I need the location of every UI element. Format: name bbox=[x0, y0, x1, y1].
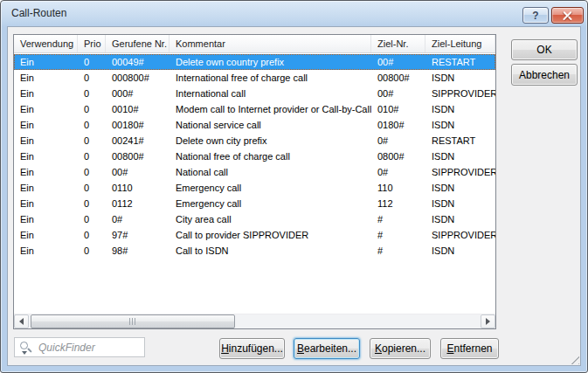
cell-gerufene-nr: 0110 bbox=[106, 180, 169, 196]
cell-prio: 0 bbox=[78, 149, 106, 164]
scrollbar-thumb[interactable] bbox=[31, 314, 235, 328]
cell-verwendung: Ein bbox=[14, 149, 78, 164]
cell-gerufene-nr: 00# bbox=[106, 164, 169, 180]
cell-ziel-leitung: ISDN bbox=[425, 211, 495, 227]
cell-ziel-nr: # bbox=[371, 211, 425, 227]
cell-kommentar: Delete own city prefix bbox=[169, 133, 371, 149]
scroll-left-button[interactable] bbox=[14, 314, 29, 328]
cell-kommentar: National service call bbox=[169, 117, 371, 133]
help-button[interactable]: ? bbox=[522, 7, 549, 24]
cell-ziel-leitung: SIPPROVIDER bbox=[425, 86, 495, 101]
cell-ziel-leitung: ISDN bbox=[425, 117, 495, 133]
cell-ziel-nr: 0# bbox=[371, 133, 425, 149]
cell-kommentar: Call to ISDN bbox=[169, 243, 371, 259]
table-rows: Ein 0 00049# Delete own country prefix 0… bbox=[14, 54, 495, 314]
cell-gerufene-nr: 00180# bbox=[106, 117, 169, 133]
column-header-verwendung[interactable]: Verwendung bbox=[14, 35, 78, 52]
cell-prio: 0 bbox=[78, 133, 106, 149]
cell-ziel-leitung: ISDN bbox=[425, 149, 495, 164]
cancel-button[interactable]: Abbrechen bbox=[511, 64, 578, 86]
cell-ziel-nr: 00# bbox=[371, 54, 425, 70]
remove-button[interactable]: Entfernen bbox=[440, 338, 499, 359]
table-row[interactable]: Ein 0 000800# International free of char… bbox=[14, 70, 495, 86]
column-header-ziel-nr[interactable]: Ziel-Nr. bbox=[371, 35, 425, 52]
scroll-left-icon bbox=[19, 318, 24, 325]
table-row[interactable]: Ein 0 00049# Delete own country prefix 0… bbox=[14, 54, 495, 70]
quickfinder-input[interactable] bbox=[37, 339, 142, 356]
call-routes-table: Verwendung Prio Gerufene Nr. Kommentar Z… bbox=[13, 34, 496, 329]
table-row[interactable]: Ein 0 97# Call to provider SIPPROVIDER #… bbox=[14, 227, 495, 243]
table-row[interactable]: Ein 0 98# Call to ISDN # ISDN bbox=[14, 243, 495, 259]
cell-kommentar: International free of charge call bbox=[169, 70, 371, 86]
table-row[interactable]: Ein 0 0# City area call # ISDN bbox=[14, 211, 495, 227]
cell-ziel-leitung: ISDN bbox=[425, 101, 495, 117]
cell-kommentar: National free of charge call bbox=[169, 149, 371, 164]
cell-verwendung: Ein bbox=[14, 196, 78, 211]
cell-gerufene-nr: 000# bbox=[106, 86, 169, 101]
titlebar[interactable]: Call-Routen ? bbox=[1, 1, 587, 26]
cell-kommentar: International call bbox=[169, 86, 371, 101]
cell-prio: 0 bbox=[78, 54, 106, 70]
scroll-right-button[interactable] bbox=[481, 314, 495, 328]
column-header-prio[interactable]: Prio bbox=[78, 35, 106, 52]
cell-ziel-leitung: ISDN bbox=[425, 70, 495, 86]
cell-kommentar: Delete own country prefix bbox=[169, 54, 371, 70]
table-row[interactable]: Ein 0 00800# National free of charge cal… bbox=[14, 149, 495, 164]
help-icon: ? bbox=[532, 10, 538, 21]
cell-prio: 0 bbox=[78, 70, 106, 86]
close-button[interactable] bbox=[551, 7, 584, 24]
cell-kommentar: National call bbox=[169, 164, 371, 180]
cell-verwendung: Ein bbox=[14, 117, 78, 133]
scrollbar-track[interactable] bbox=[29, 314, 481, 328]
cell-ziel-nr: 112 bbox=[371, 196, 425, 211]
scroll-right-icon bbox=[486, 318, 490, 325]
table-row[interactable]: Ein 0 00180# National service call 0180#… bbox=[14, 117, 495, 133]
window-title: Call-Routen bbox=[11, 7, 66, 19]
cell-kommentar: Emergency call bbox=[169, 196, 371, 211]
cell-prio: 0 bbox=[78, 196, 106, 211]
column-header-ziel-leitung[interactable]: Ziel-Leitung bbox=[425, 35, 495, 52]
column-header-gerufene-nr[interactable]: Gerufene Nr. bbox=[106, 35, 169, 52]
cell-gerufene-nr: 0# bbox=[106, 211, 169, 227]
search-icon[interactable] bbox=[20, 342, 28, 349]
cell-gerufene-nr: 0112 bbox=[106, 196, 169, 211]
column-header-kommentar[interactable]: Kommentar bbox=[169, 35, 371, 52]
cell-ziel-nr: 110 bbox=[371, 180, 425, 196]
cell-kommentar: Call to provider SIPPROVIDER bbox=[169, 227, 371, 243]
cell-ziel-nr: # bbox=[371, 243, 425, 259]
table-row[interactable]: Ein 0 0010# Modem call to Internet provi… bbox=[14, 101, 495, 117]
cell-ziel-nr: 0180# bbox=[371, 117, 425, 133]
cell-ziel-leitung: ISDN bbox=[425, 243, 495, 259]
cell-ziel-leitung: SIPPROVIDER bbox=[425, 227, 495, 243]
cell-prio: 0 bbox=[78, 243, 106, 259]
edit-button[interactable]: Bearbeiten... bbox=[294, 338, 360, 359]
table-row[interactable]: Ein 0 00# National call 0# SIPPROVIDER bbox=[14, 164, 495, 180]
cell-kommentar: City area call bbox=[169, 211, 371, 227]
add-button[interactable]: Hinzufügen... bbox=[219, 338, 285, 359]
cell-ziel-nr: 0# bbox=[371, 164, 425, 180]
copy-button[interactable]: Kopieren... bbox=[370, 338, 431, 359]
dropdown-caret-icon[interactable] bbox=[22, 351, 27, 355]
cell-prio: 0 bbox=[78, 211, 106, 227]
table-row[interactable]: Ein 0 000# International call 00# SIPPRO… bbox=[14, 86, 495, 101]
table-row[interactable]: Ein 0 0112 Emergency call 112 ISDN bbox=[14, 196, 495, 211]
horizontal-scrollbar[interactable] bbox=[14, 314, 495, 328]
cell-ziel-leitung: ISDN bbox=[425, 180, 495, 196]
table-row[interactable]: Ein 0 00241# Delete own city prefix 0# R… bbox=[14, 133, 495, 149]
resize-grip[interactable] bbox=[568, 353, 579, 364]
cell-gerufene-nr: 00241# bbox=[106, 133, 169, 149]
dialog-body: Verwendung Prio Gerufene Nr. Kommentar Z… bbox=[7, 26, 581, 366]
cell-verwendung: Ein bbox=[14, 54, 78, 70]
cell-ziel-nr: 0800# bbox=[371, 149, 425, 164]
cell-verwendung: Ein bbox=[14, 180, 78, 196]
cell-prio: 0 bbox=[78, 86, 106, 101]
close-icon bbox=[563, 10, 572, 20]
cell-prio: 0 bbox=[78, 164, 106, 180]
cell-ziel-leitung: RESTART bbox=[425, 133, 495, 149]
cell-prio: 0 bbox=[78, 227, 106, 243]
ok-button[interactable]: OK bbox=[511, 39, 578, 60]
cell-ziel-leitung: ISDN bbox=[425, 196, 495, 211]
cell-kommentar: Emergency call bbox=[169, 180, 371, 196]
table-row[interactable]: Ein 0 0110 Emergency call 110 ISDN bbox=[14, 180, 495, 196]
scrollbar-grip-icon bbox=[129, 318, 136, 325]
